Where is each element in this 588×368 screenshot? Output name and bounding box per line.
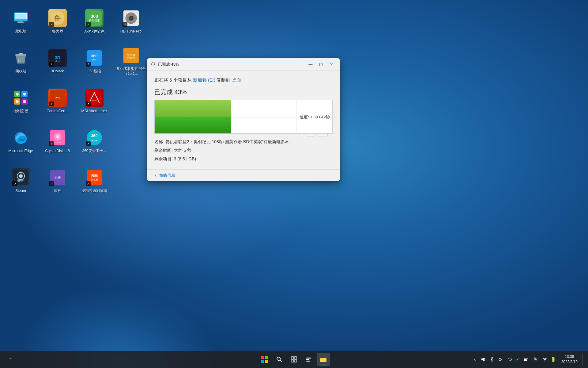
file-explorer-button[interactable] xyxy=(317,353,330,366)
desktop-icon-controlpanel[interactable]: 控制面板 xyxy=(3,83,38,120)
remaining-time-label: 剩余时间: xyxy=(154,148,173,153)
desktop-icon-avengers[interactable]: 复仇者 联盟四 复仇者联盟四部全（15.1... xyxy=(113,43,149,80)
copy-source-link[interactable]: 新加卷 (E:) xyxy=(193,77,215,82)
desktop-icon-label: ControlCen... xyxy=(47,109,68,114)
svg-rect-71 xyxy=(306,359,309,360)
desktop-icon-360zip[interactable]: 360 ZIP ↗ 360压缩 xyxy=(77,43,112,80)
copy-dialog: ⏱ 已完成 43% — ▢ ✕ 正在将 6 个项目从 新加卷 (E:) 复制到 … xyxy=(147,58,340,181)
minimize-button[interactable]: — xyxy=(306,60,315,69)
svg-rect-78 xyxy=(524,359,527,360)
desktop-icon-label: MSI Afterburner xyxy=(81,109,107,114)
tray-security[interactable]: ✓ xyxy=(514,356,521,362)
svg-rect-68 xyxy=(291,360,294,362)
svg-text:Mark: Mark xyxy=(55,60,61,63)
tray-action-center[interactable] xyxy=(523,356,529,362)
desktop-icon-crystaldisk[interactable]: Crystal ↗ CrystalDisk... 8 xyxy=(40,123,75,159)
svg-rect-60 xyxy=(261,356,264,359)
progress-chart: 速度: 1.39 GB/秒 xyxy=(155,100,332,134)
svg-rect-67 xyxy=(294,357,297,359)
svg-rect-72 xyxy=(306,361,310,362)
desktop-icon-label: 搜狗高速浏览器 xyxy=(81,189,107,194)
svg-text:360: 360 xyxy=(91,14,98,19)
show-desktop-button[interactable] xyxy=(582,353,584,366)
desktop-icon-controlcenter[interactable]: ONE ↗ ControlCen... xyxy=(40,83,75,120)
copy-dest-link[interactable]: 桌面 xyxy=(232,77,241,82)
remaining-time-value: 大约 5 秒 xyxy=(174,148,192,153)
search-button[interactable] xyxy=(273,353,286,366)
tray-show-hidden[interactable]: ∧ xyxy=(472,356,478,362)
tray-wifi[interactable] xyxy=(542,356,548,362)
svg-text:复仇者: 复仇者 xyxy=(127,54,135,57)
svg-rect-77 xyxy=(524,358,528,358)
copy-to-text: 复制到 xyxy=(217,77,232,82)
desktop-icon-sougou[interactable]: 搜狗 浏览器 ↗ 搜狗高速浏览器 xyxy=(77,163,112,199)
svg-text:3D: 3D xyxy=(55,55,60,60)
tray-unknown1[interactable]: ⟳ xyxy=(497,356,503,362)
remaining-items-value: 3 (8.51 GB) xyxy=(174,156,196,161)
tray-onedrive[interactable] xyxy=(506,356,512,362)
desktop-icon-360mgr[interactable]: 360 软件管家 ↗ 360软件管家 xyxy=(77,3,112,40)
desktop-icon-hdtune[interactable]: ↗ HD Tune Pro xyxy=(113,3,149,40)
copy-header-text: 正在将 6 个项目从 xyxy=(154,77,192,82)
svg-text:鲁: 鲁 xyxy=(54,15,61,22)
remaining-time-row: 剩余时间: 大约 5 秒 xyxy=(154,146,333,155)
taskbar-center xyxy=(258,353,330,366)
collapse-section[interactable]: ∧ 简略信息 xyxy=(147,169,340,181)
widgets-button[interactable] xyxy=(302,353,315,366)
tray-volume[interactable] xyxy=(480,356,486,362)
svg-rect-62 xyxy=(261,360,264,363)
desktop-icon-label: 3DMark xyxy=(51,69,64,74)
svg-rect-3 xyxy=(18,21,23,22)
svg-rect-79 xyxy=(524,360,527,361)
desktop-icon-360guard[interactable]: 360 ↗ 360安全卫士... xyxy=(77,123,112,159)
file-name-row: 名称: 复仇者联盟2：奥创纪元.1080p.国英双语.BD中英双字[最新电影w.… xyxy=(154,137,333,146)
tray-battery[interactable]: 🔋 xyxy=(550,356,556,362)
shortcut-arrow: ↗ xyxy=(49,22,54,27)
svg-text:360: 360 xyxy=(91,54,98,59)
dialog-controls: — ▢ ✕ xyxy=(306,60,336,69)
close-button[interactable]: ✕ xyxy=(326,60,336,69)
desktop-icon-3dmark[interactable]: 3D Mark ↗ 3DMark xyxy=(40,43,75,80)
copy-dialog-icon: ⏱ xyxy=(151,62,156,67)
desktop-icon-steam[interactable]: ↗ Steam xyxy=(3,163,38,199)
svg-text:ZIP: ZIP xyxy=(92,59,96,62)
shortcut-arrow: ↗ xyxy=(49,102,54,106)
svg-point-80 xyxy=(544,361,545,362)
shortcut-arrow: ↗ xyxy=(12,181,17,186)
desktop-icon-label: 鲁大师 xyxy=(52,29,63,34)
svg-rect-69 xyxy=(294,360,297,362)
task-view-button[interactable] xyxy=(287,353,301,366)
desktop-icon-lushidashi[interactable]: 鲁 ↗ 鲁大师 xyxy=(40,3,75,40)
svg-text:浏览器: 浏览器 xyxy=(91,178,98,181)
desktop-icon-this-pc[interactable]: 此电脑 xyxy=(3,3,38,40)
chart-lower-fill xyxy=(155,117,231,134)
language-indicator[interactable]: 英 xyxy=(532,356,539,363)
taskbar-left: ⌃ xyxy=(4,353,17,366)
clock-date: 2022/8/19 xyxy=(561,359,578,365)
svg-text:360: 360 xyxy=(91,134,98,138)
show-hidden-icons-button[interactable]: ⌃ xyxy=(4,353,17,366)
desktop-icon-yuanshen[interactable]: 原神 ↗ 原神 xyxy=(40,163,75,199)
svg-point-38 xyxy=(23,100,26,103)
shortcut-arrow: ↗ xyxy=(123,22,127,27)
desktop-icon-label: 此电脑 xyxy=(15,29,26,34)
desktop-icon-label: 原神 xyxy=(54,189,61,194)
svg-point-37 xyxy=(16,100,19,103)
tray-bluetooth[interactable] xyxy=(489,356,495,362)
desktop-icon-edge[interactable]: Microsoft Edge xyxy=(3,123,38,159)
svg-rect-73 xyxy=(320,358,326,362)
taskbar-right: ∧ ⟳ ✓ xyxy=(472,353,584,366)
maximize-button[interactable]: ▢ xyxy=(316,60,326,69)
desktop-icon-recycle[interactable]: 回收站 xyxy=(3,43,38,80)
clock[interactable]: 13:38 2022/8/19 xyxy=(559,354,580,365)
clock-time: 13:38 xyxy=(565,354,574,359)
start-button[interactable] xyxy=(258,353,271,366)
dialog-titlebar: ⏱ 已完成 43% — ▢ ✕ xyxy=(147,58,340,71)
desktop-icon-label: 360软件管家 xyxy=(84,29,104,34)
desktop-icon-label: 回收站 xyxy=(15,69,26,74)
svg-text:联盟四: 联盟四 xyxy=(127,57,135,60)
remaining-items-row: 剩余项目: 3 (8.51 GB) xyxy=(154,155,333,163)
svg-rect-17 xyxy=(19,53,23,55)
svg-rect-61 xyxy=(265,356,268,359)
desktop-icon-msi[interactable]: MSI ↗ MSI Afterburner xyxy=(77,83,112,120)
